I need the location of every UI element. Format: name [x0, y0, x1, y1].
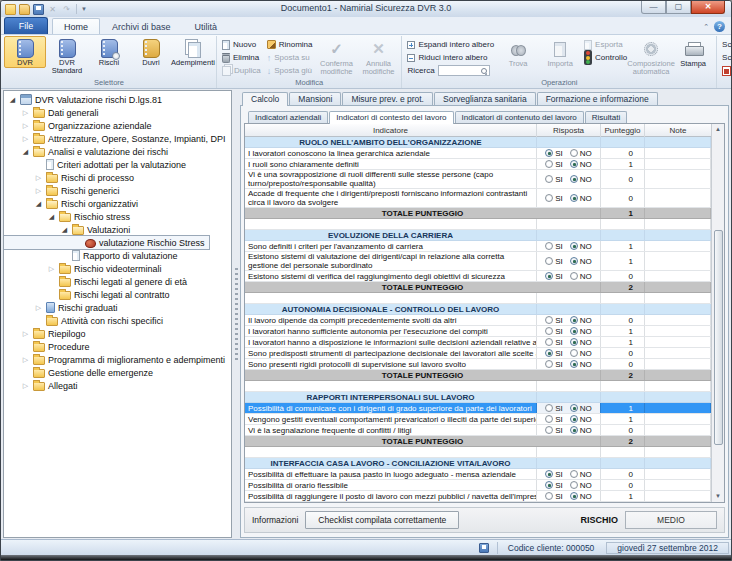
- radio-no-icon[interactable]: [570, 338, 578, 346]
- checklist-row[interactable]: Sono definiti i criteri per l'avanzament…: [245, 241, 711, 252]
- duvri-button[interactable]: Duvri: [130, 36, 172, 68]
- tree-expanded-arrow-icon[interactable]: ◢: [21, 145, 30, 158]
- checklist-row[interactable]: I ruoli sono chiaramente definitiSINO1: [245, 159, 711, 170]
- radio-group-si[interactable]: SI: [545, 149, 563, 158]
- radio-group-si[interactable]: SI: [545, 415, 563, 424]
- radio-si-icon[interactable]: [545, 316, 553, 324]
- radio-group-no[interactable]: NO: [570, 426, 592, 435]
- radio-group-no[interactable]: NO: [570, 338, 592, 347]
- tree-item[interactable]: Rischi legati al genere di età: [4, 275, 191, 288]
- radio-group-no[interactable]: NO: [570, 149, 592, 158]
- dvr-standard-button[interactable]: DVR Standard: [46, 36, 88, 76]
- maximize-button[interactable]: ▢: [666, 1, 691, 14]
- tree-item[interactable]: ▷Rischio videoterminali: [4, 262, 166, 275]
- checklist-row[interactable]: Possibilità di effettuare la pausa pasto…: [245, 469, 711, 480]
- note-cell[interactable]: [645, 359, 711, 369]
- tree-item[interactable]: Procedure: [4, 340, 94, 353]
- subtab-indicatori-di-contesto-del-lavoro[interactable]: Indicatori di contesto del lavoro: [329, 111, 453, 124]
- tree-item[interactable]: Rapporto di valutazione: [4, 249, 182, 262]
- note-cell[interactable]: [645, 252, 711, 270]
- tab-archivi-di-base[interactable]: Archivi di base: [100, 18, 183, 34]
- checklist-row[interactable]: I lavoratori conoscono la linea gerarchi…: [245, 148, 711, 159]
- note-cell[interactable]: [645, 337, 711, 347]
- tree-collapsed-arrow-icon[interactable]: ▷: [34, 301, 43, 314]
- schermo-1280-button[interactable]: Schermo 1280x1024: [719, 51, 732, 64]
- radio-si-icon[interactable]: [545, 175, 553, 183]
- radio-si-icon[interactable]: [545, 272, 553, 280]
- checklist-row[interactable]: Il lavoro dipende da compiti precedentem…: [245, 315, 711, 326]
- note-cell[interactable]: [645, 425, 711, 435]
- rischi-button[interactable]: Rischi: [88, 36, 130, 68]
- radio-group-si[interactable]: SI: [545, 338, 563, 347]
- vertical-scrollbar[interactable]: ▲ ▼: [711, 124, 724, 502]
- tree-item[interactable]: ▷Programma di miglioramento e adempiment…: [4, 353, 229, 366]
- radio-group-si[interactable]: SI: [545, 481, 563, 490]
- note-cell[interactable]: [645, 480, 711, 490]
- radio-no-icon[interactable]: [570, 404, 578, 412]
- note-cell[interactable]: [645, 469, 711, 479]
- note-cell[interactable]: [645, 414, 711, 424]
- note-cell[interactable]: [645, 159, 711, 169]
- note-cell[interactable]: [645, 241, 711, 251]
- radio-group-no[interactable]: NO: [570, 492, 592, 501]
- radio-no-icon[interactable]: [570, 327, 578, 335]
- tree-collapsed-arrow-icon[interactable]: ▷: [21, 379, 30, 392]
- rinomina-button[interactable]: Rinomina: [264, 38, 316, 51]
- tree-item[interactable]: ◢Rischi organizzativi: [4, 197, 142, 210]
- tree-expanded-arrow-icon[interactable]: ◢: [47, 210, 56, 223]
- tab-calcolo[interactable]: Calcolo: [242, 92, 288, 106]
- tree-item[interactable]: Attività con rischi specifici: [4, 314, 167, 327]
- espandi-albero-button[interactable]: Espandi intero albero: [404, 38, 497, 51]
- radio-no-icon[interactable]: [570, 194, 578, 202]
- radio-group-no[interactable]: NO: [570, 327, 592, 336]
- riduci-albero-button[interactable]: Riduci intero albero: [404, 51, 497, 64]
- tab-sorveglianza-sanitaria[interactable]: Sorveglianza sanitaria: [434, 92, 536, 105]
- radio-group-no[interactable]: NO: [570, 242, 592, 251]
- radio-si-icon[interactable]: [545, 349, 553, 357]
- radio-group-si[interactable]: SI: [545, 160, 563, 169]
- radio-no-icon[interactable]: [570, 492, 578, 500]
- radio-no-icon[interactable]: [570, 360, 578, 368]
- radio-si-icon[interactable]: [545, 257, 553, 265]
- subtab-indicatori-aziendali[interactable]: Indicatori aziendali: [248, 111, 328, 123]
- tree-collapsed-arrow-icon[interactable]: ▷: [21, 353, 30, 366]
- scroll-down-icon[interactable]: ▼: [715, 491, 721, 502]
- schermo-1024-button[interactable]: Schermo 1024x768: [719, 38, 732, 51]
- checklist-row[interactable]: Possibilità di orario flessibileSINO0: [245, 480, 711, 491]
- tab-utilita[interactable]: Utilità: [183, 18, 230, 34]
- radio-group-no[interactable]: NO: [570, 272, 592, 281]
- apri-documento-button[interactable]: Apri documento: [719, 64, 732, 77]
- checklist-status-button[interactable]: Checklist compilata correttamente: [305, 511, 459, 529]
- note-cell[interactable]: [645, 170, 711, 188]
- radio-si-icon[interactable]: [545, 327, 553, 335]
- tree-item[interactable]: ▷Riepilogo: [4, 327, 90, 340]
- note-cell[interactable]: [645, 403, 711, 413]
- tree-collapsed-arrow-icon[interactable]: ▷: [21, 132, 30, 145]
- radio-group-no[interactable]: NO: [570, 349, 592, 358]
- radio-si-icon[interactable]: [545, 492, 553, 500]
- tree-item[interactable]: ▷Organizzazione aziendale: [4, 119, 156, 132]
- checklist-row[interactable]: Vi è la segnalazione frequente di confli…: [245, 425, 711, 436]
- subtab-indicatori-di-contenuto-del-lavoro[interactable]: Indicatori di contenuto del lavoro: [455, 111, 584, 123]
- tree-item[interactable]: valutazione Rischio Stress: [4, 236, 209, 249]
- radio-si-icon[interactable]: [545, 194, 553, 202]
- radio-group-si[interactable]: SI: [545, 404, 563, 413]
- scrollbar-thumb[interactable]: [714, 230, 723, 445]
- tree-expanded-arrow-icon[interactable]: ◢: [60, 223, 69, 236]
- tree-item[interactable]: Rischi legati al contratto: [4, 288, 174, 301]
- radio-si-icon[interactable]: [545, 149, 553, 157]
- radio-group-no[interactable]: NO: [570, 415, 592, 424]
- nuovo-button[interactable]: Nuovo: [219, 38, 264, 51]
- tree-collapsed-arrow-icon[interactable]: ▷: [34, 184, 43, 197]
- radio-group-si[interactable]: SI: [545, 492, 563, 501]
- radio-group-si[interactable]: SI: [545, 349, 563, 358]
- radio-no-icon[interactable]: [570, 349, 578, 357]
- tree-expanded-arrow-icon[interactable]: ◢: [8, 93, 17, 106]
- close-button[interactable]: ✕: [691, 1, 725, 14]
- checklist-row[interactable]: Possibilità di comunicare con i dirigent…: [245, 403, 711, 414]
- radio-no-icon[interactable]: [570, 175, 578, 183]
- radio-group-no[interactable]: NO: [570, 404, 592, 413]
- note-cell[interactable]: [645, 348, 711, 358]
- radio-no-icon[interactable]: [570, 149, 578, 157]
- splitter-handle[interactable]: [232, 90, 240, 538]
